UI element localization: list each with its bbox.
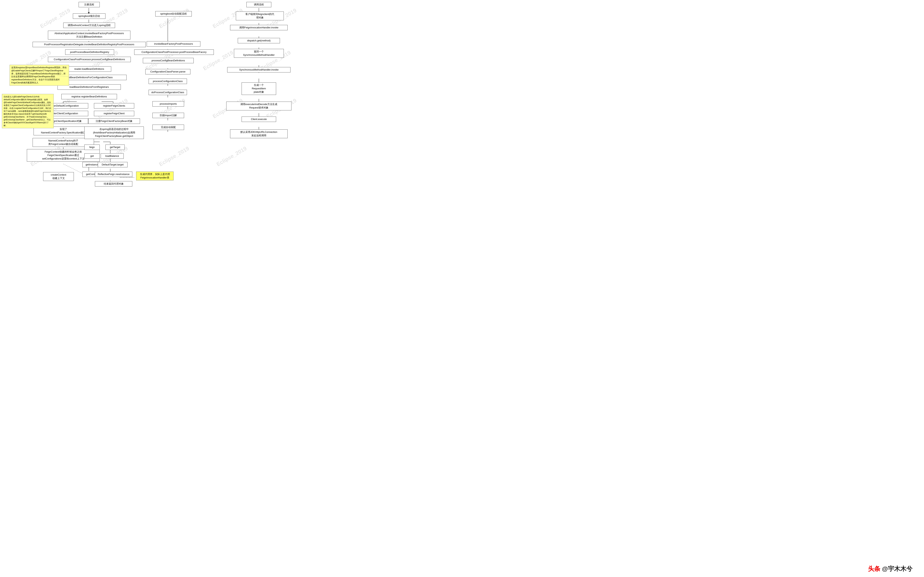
dispatch-get: dispatch.get(method) <box>238 38 280 44</box>
config-class-parser-parse: ConfigurationClassParser.parse <box>145 69 190 74</box>
process-config-class: processConfigurationClass <box>148 79 187 84</box>
feign-node: feign <box>84 145 100 150</box>
brand-logo: 头条 @宇木木兮 <box>868 565 913 573</box>
invoke-feign-handler: 调用FeignInvocationHandler.invoke <box>230 25 288 30</box>
spring-container-startup: 在spring容器启动的过程中(finishBeanFactoryInitial… <box>84 127 144 139</box>
call-flow-title: 调用流程 <box>247 2 271 7</box>
load-balance: loadBalance <box>101 153 124 159</box>
registrar-register: registrar.registerBeanDefinitions <box>61 94 117 99</box>
post-process-bean-def-reg: postProcessBeanDefinitionRegistry <box>65 50 114 55</box>
complete-autoconfig: 完成自动装配 <box>152 125 184 130</box>
default-target: DefaultTarget.target <box>98 162 127 168</box>
jdk-http-url: 默认采用JDKHttpURLConnection发起远程调用 <box>230 129 288 138</box>
springboot-autoconfig-title: springboot自动装配流程 <box>155 11 192 16</box>
do-process-config-class: doProcessConfigurationClass <box>148 90 187 95</box>
invoke-bean-factory-post: invokeBeanFactoryPostProcessors <box>147 41 200 47</box>
create-context: createContext创建上下文 <box>43 172 74 181</box>
register-feign-client: registerFeignClient <box>94 111 134 116</box>
execute-and-decode: 调用executeAndDecode方法生成Request请求对象 <box>226 102 292 110</box>
config-class-post-processor: ConfigurationClassPostProcessor.processC… <box>48 57 131 62</box>
watermark-3: Eclipse_2019 <box>158 7 190 29</box>
sync-method-invoke: SynchronousMethodHandler.invoke <box>227 67 290 73</box>
generate-proxy-class: 生成代理类，实际上是代理FeignInvocationHandler类 <box>136 172 174 181</box>
note-default-config: 目的是注入@EnableFeignClients方法中的defaultConfi… <box>2 94 54 128</box>
scan-import: 扫描Import注解 <box>152 113 184 118</box>
reflective-feign: ReflectiveFeign.newInstance <box>95 172 132 177</box>
refresh-context: 调用refreshContext方法进入spring流程 <box>63 23 115 28</box>
post-processor-registration: PostProcessorRegistrationDelegate.invoke… <box>32 42 146 47</box>
generate-request-template: 生成一个RequestItemplate对象 <box>242 82 276 95</box>
reader-load-bean: reader.loadBeanDefinitions <box>67 66 111 72</box>
connector-lines <box>0 0 924 577</box>
process-config-bean-defs: processConfigBeanDefinitions <box>143 58 194 63</box>
watermark-19: Eclipse_2019 <box>216 145 248 168</box>
process-imports: processImports <box>152 101 184 106</box>
client-get-proxy: 客户端拿到feignclient的代理对象 <box>236 11 284 20</box>
register-feign-factory-bean: 注册FeignClientFactoryBean对象 <box>88 118 140 124</box>
diagram-canvas: Eclipse_2019 Eclipse_2019 Eclipse_2019 E… <box>0 0 924 577</box>
note-registrar: 这里的registrar是ImportBeanDefinitionRegistr… <box>10 65 69 86</box>
abstract-app-context: AbstractApplicationContext.invokeBeanFac… <box>48 31 131 39</box>
return-sync-method-handler: 返回一个SynchronousMethodHandler <box>234 49 284 58</box>
config-class-post-bean-factory: ConfigurationClassPostProcessor.postProc… <box>134 50 214 55</box>
brand-icon: 头条 <box>868 565 880 572</box>
flow-arrows <box>0 0 924 577</box>
left-flow-title: 注册流程 <box>79 2 100 7</box>
client-execute: Client.execute <box>242 116 276 122</box>
get-node: get <box>84 153 100 159</box>
register-feign-clients: registerFeignClients <box>94 103 134 108</box>
get-target: getTarget <box>105 145 125 150</box>
watermark-18: Eclipse_2019 <box>158 145 190 168</box>
return-proxy: 结束返回代理对象 <box>95 181 132 187</box>
springboot-start: springboot项目启动 <box>73 13 105 19</box>
